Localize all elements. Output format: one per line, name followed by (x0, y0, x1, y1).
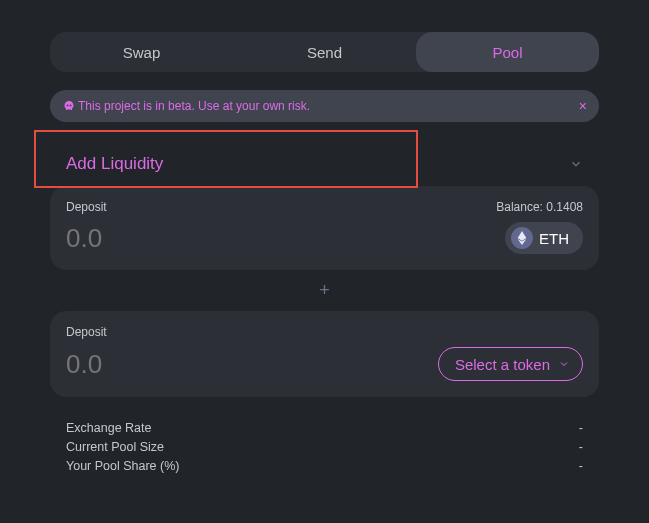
pool-share-label: Your Pool Share (%) (66, 457, 180, 476)
deposit2-amount-input[interactable] (66, 349, 266, 380)
deposit1-amount-input[interactable] (66, 223, 266, 254)
main-tabs: Swap Send Pool (50, 32, 599, 72)
chevron-down-icon (558, 356, 570, 373)
plus-separator: + (50, 270, 599, 311)
tab-send[interactable]: Send (233, 32, 416, 72)
pool-size-label: Current Pool Size (66, 438, 164, 457)
info-row-pool-share: Your Pool Share (%) - (66, 457, 583, 476)
close-warning-button[interactable]: × (579, 98, 587, 114)
pool-share-value: - (579, 457, 583, 476)
exchange-rate-value: - (579, 419, 583, 438)
info-row-pool-size: Current Pool Size - (66, 438, 583, 457)
pool-size-value: - (579, 438, 583, 457)
eth-icon (511, 227, 533, 249)
exchange-rate-label: Exchange Rate (66, 419, 151, 438)
deposit1-balance: Balance: 0.1408 (496, 200, 583, 214)
select-token-button[interactable]: Select a token (438, 347, 583, 381)
warning-text: This project is in beta. Use at your own… (78, 99, 310, 113)
tab-swap[interactable]: Swap (50, 32, 233, 72)
section-header: Add Liquidity (50, 142, 599, 186)
add-liquidity-title: Add Liquidity (66, 154, 163, 174)
info-row-exchange-rate: Exchange Rate - (66, 419, 583, 438)
deposit-card-1: Deposit Balance: 0.1408 ETH (50, 186, 599, 270)
token-symbol: ETH (539, 230, 569, 247)
deposit2-label: Deposit (66, 325, 107, 339)
skull-icon (62, 99, 76, 113)
select-token-label: Select a token (455, 356, 550, 373)
token-selector-eth[interactable]: ETH (505, 222, 583, 254)
deposit-card-2: Deposit Select a token (50, 311, 599, 397)
beta-warning-banner: This project is in beta. Use at your own… (50, 90, 599, 122)
collapse-chevron-icon[interactable] (569, 157, 583, 171)
deposit1-label: Deposit (66, 200, 107, 214)
pool-info: Exchange Rate - Current Pool Size - Your… (50, 419, 599, 494)
tab-pool[interactable]: Pool (416, 32, 599, 72)
